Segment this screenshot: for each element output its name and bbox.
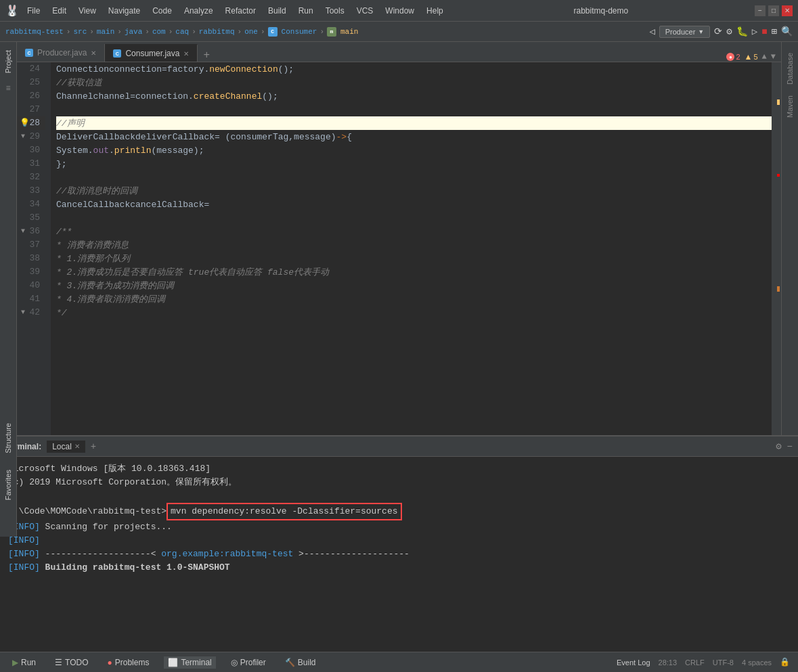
fold-29[interactable]: ▼ [21, 130, 25, 143]
right-scrollbar[interactable] [772, 62, 781, 435]
error-indicator: ● 2 ▲ 5 ▲ ▼ [726, 52, 781, 62]
left-sidebar: Project ≡ [0, 42, 17, 435]
fold-36[interactable]: ▼ [21, 225, 25, 238]
error-icon: ● [726, 53, 734, 61]
indent[interactable]: 4 spaces [742, 658, 772, 667]
menubar-refactor[interactable]: Refactor [221, 6, 260, 16]
terminal-content[interactable]: Microsoft Windows [版本 10.0.18363.418] (c… [0, 457, 798, 652]
menubar-edit[interactable]: Edit [48, 6, 70, 16]
menubar-view[interactable]: View [74, 6, 100, 16]
error-nav-up[interactable]: ▲ [762, 52, 767, 62]
nav-sep-6: › [192, 28, 196, 36]
structure-panel: Structure Favorites [0, 415, 17, 537]
tab-producer[interactable]: C Producer.java ✕ [17, 44, 105, 62]
code-line-30: System.out.println(message); [56, 143, 772, 157]
menubar-vcs[interactable]: VCS [353, 6, 378, 16]
scroll-change-marker [777, 286, 780, 292]
encoding[interactable]: UTF-8 [713, 658, 734, 667]
tab-add-button[interactable]: + [198, 49, 215, 62]
menubar-analyze[interactable]: Analyze [180, 6, 217, 16]
tab-producer-close[interactable]: ✕ [91, 49, 96, 57]
favorites-label[interactable]: Favorites [4, 464, 12, 506]
terminal-line-1: Microsoft Windows [版本 10.0.18363.418] [8, 462, 790, 476]
profiler-tool[interactable]: ◎ Profiler [227, 656, 270, 669]
terminal-tool[interactable]: ⬜ Terminal [164, 656, 215, 669]
nav-project[interactable]: rabbitmq-test [5, 28, 64, 36]
run-tool[interactable]: ▶ Run [8, 656, 40, 669]
terminal-minimize-icon[interactable]: − [787, 441, 793, 452]
nav-caq[interactable]: caq [175, 28, 189, 36]
build-tool[interactable]: 🔨 Build [281, 656, 320, 669]
nav-stop-icon[interactable]: ■ [761, 26, 767, 37]
cursor-position: 28:13 [659, 658, 678, 667]
nav-sep-9: › [319, 28, 324, 36]
fold-42[interactable]: ▼ [21, 306, 25, 319]
event-log-link[interactable]: Event Log [617, 658, 650, 667]
tab-consumer-close[interactable]: ✕ [183, 50, 189, 58]
run-config-chevron: ▼ [698, 28, 704, 35]
nav-refresh-icon[interactable]: ⟳ [714, 26, 722, 37]
tab-producer-icon: C [25, 49, 33, 57]
nav-java[interactable]: java [125, 28, 142, 36]
nav-sep-3: › [117, 28, 122, 36]
terminal-controls: ⚙ − [776, 441, 793, 452]
bulb-icon[interactable]: 💡 [20, 116, 30, 130]
line-num-35: 35 [17, 211, 45, 225]
maven-panel-label[interactable]: Maven [786, 90, 794, 123]
nav-sep-4: › [145, 28, 150, 36]
menubar-build[interactable]: Build [264, 6, 290, 16]
terminal-tab-add[interactable]: + [91, 441, 96, 452]
code-line-39: * 2.消费成功后是否要自动应答 true代表自动应答 false代表手动 [56, 265, 772, 279]
nav-rabbitmq[interactable]: rabbitmq [199, 28, 235, 36]
nav-class[interactable]: Consumer [282, 28, 317, 36]
run-config-button[interactable]: Producer ▼ [659, 26, 711, 38]
line-num-41: 41 [17, 292, 45, 306]
nav-coverage-icon[interactable]: ▷ [752, 26, 757, 37]
menubar-window[interactable]: Window [381, 6, 418, 16]
build-icon: 🔨 [285, 658, 295, 667]
nav-com[interactable]: com [152, 28, 166, 36]
code-content[interactable]: Connection connection = factory.newConne… [51, 62, 772, 435]
nav-gear-icon[interactable]: ⚙ [726, 26, 732, 37]
nav-sep-8: › [261, 28, 265, 36]
menubar-help[interactable]: Help [422, 6, 447, 16]
nav-arrow-left[interactable]: ◁ [649, 26, 655, 37]
todo-tool[interactable]: ☰ TODO [51, 656, 92, 669]
tab-consumer[interactable]: C Consumer.java ✕ [105, 44, 198, 62]
project-panel-label[interactable]: Project [4, 45, 12, 79]
structure-label[interactable]: Structure [4, 418, 12, 459]
menubar-run[interactable]: Run [294, 6, 317, 16]
nav-search-icon[interactable]: 🔍 [781, 26, 793, 37]
database-panel-label[interactable]: Database [786, 47, 794, 90]
error-nav-down[interactable]: ▼ [771, 52, 776, 62]
terminal-command: mvn dependency:resolve -Dclassifier=sour… [167, 503, 401, 520]
nav-src[interactable]: src [73, 28, 87, 36]
nav-debug-icon[interactable]: 🐛 [736, 26, 748, 37]
close-button[interactable]: ✕ [782, 5, 793, 16]
code-line-29: DeliverCallback deliverCallback = (consu… [56, 130, 772, 143]
nav-main[interactable]: main [97, 28, 114, 36]
terminal-tool-icon: ⬜ [168, 658, 178, 667]
problems-tool[interactable]: ● Problems [103, 656, 153, 669]
terminal-line-3 [8, 489, 790, 503]
terminal-tab-local[interactable]: Local ✕ [47, 441, 85, 453]
nav-layout-icon[interactable]: ⊞ [772, 26, 777, 37]
menubar-code[interactable]: Code [148, 6, 176, 16]
menubar-tools[interactable]: Tools [322, 6, 349, 16]
nav-method[interactable]: main [340, 28, 358, 36]
structure-panel-icon[interactable]: ≡ [5, 84, 10, 93]
line-num-25: 25 [17, 76, 45, 89]
line-separator[interactable]: CRLF [685, 658, 705, 667]
maximize-button[interactable]: □ [768, 5, 779, 16]
menubar-file[interactable]: File [23, 6, 44, 16]
terminal-tab-close[interactable]: ✕ [74, 443, 80, 450]
terminal-line-4: D:\Code\MOMCode\rabbitmq-test>mvn depend… [8, 503, 790, 520]
minimize-button[interactable]: − [755, 5, 766, 16]
nav-one[interactable]: one [244, 28, 258, 36]
code-line-27 [56, 103, 772, 116]
line-num-39: 39 [17, 265, 45, 279]
menubar-navigate[interactable]: Navigate [104, 6, 144, 16]
terminal-settings-icon[interactable]: ⚙ [776, 441, 781, 452]
code-line-41: * 4.消费者取消消费的回调 [56, 292, 772, 306]
tab-consumer-icon: C [113, 49, 121, 58]
